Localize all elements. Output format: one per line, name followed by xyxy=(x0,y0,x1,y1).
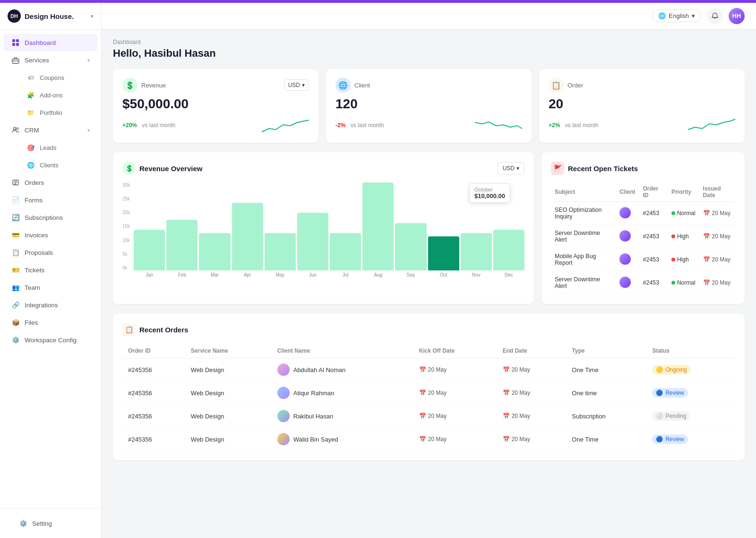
order-client: Atiqur Rahman xyxy=(272,382,413,405)
client-icon-wrap: 🌐 Client xyxy=(335,78,370,93)
bar xyxy=(461,233,492,270)
ticket-priority: Normal xyxy=(668,202,699,225)
client-footer: -2% vs last month xyxy=(335,115,522,134)
stats-row: 💲 Revenue USD ▾ $50,000.00 +20% vs last … xyxy=(113,69,745,143)
bar-col[interactable] xyxy=(166,220,198,270)
status-badge: 🔵 Review xyxy=(652,388,687,398)
sidebar-item-services[interactable]: Services ▾ xyxy=(4,52,97,69)
bar-col[interactable] xyxy=(330,233,361,270)
ticket-orderid: #2453 xyxy=(639,271,667,295)
status-icon: 🔵 xyxy=(656,436,663,443)
revenue-stat-card: 💲 Revenue USD ▾ $50,000.00 +20% vs last … xyxy=(113,69,318,143)
grid-icon xyxy=(11,38,20,47)
bar-col[interactable] xyxy=(265,233,296,270)
order-stat-header: 📋 Order xyxy=(549,78,735,93)
table-row: SEO Optimization Inquiry #2453 Normal 📅2… xyxy=(551,202,735,225)
revenue-chart-card: 💲 Revenue Overview USD ▾ October $10,000… xyxy=(113,152,534,304)
bar xyxy=(232,203,263,270)
bar-col[interactable] xyxy=(297,213,328,270)
language-selector[interactable]: 🌐 English ▾ xyxy=(652,9,701,22)
bar-col[interactable] xyxy=(134,230,165,270)
bar-col[interactable] xyxy=(461,233,492,270)
bar-col[interactable] xyxy=(362,182,394,270)
revenue-label: Revenue xyxy=(141,82,166,89)
sidebar-item-workspace[interactable]: ⚙️ Workspace Config xyxy=(4,331,97,348)
order-client-avatar xyxy=(277,433,290,445)
calendar-icon: 📅 xyxy=(703,233,710,240)
page-title: Hello, Hasibul Hasan xyxy=(113,47,745,60)
setting-label: Setting xyxy=(32,520,52,527)
crm-submenu: 🎯 Leads 🌐 Clients xyxy=(0,139,101,174)
team-nav-label: Team xyxy=(25,284,40,291)
sidebar-item-portfolio[interactable]: 📁 Portfolio xyxy=(19,104,97,121)
bar-month-label: Apr xyxy=(232,272,263,278)
y-label-20k: 20k xyxy=(122,210,130,215)
list-icon xyxy=(11,178,20,187)
revenue-value: $50,000.00 xyxy=(122,96,309,112)
calendar-icon: 📅 xyxy=(703,279,710,286)
sidebar-logo[interactable]: DH Design House. ▾ xyxy=(0,3,101,30)
tickets-nav-label: Tickets xyxy=(25,267,44,274)
svg-rect-3 xyxy=(16,43,19,46)
calendar-icon: 📅 xyxy=(703,210,710,217)
bar xyxy=(166,220,198,270)
notification-button[interactable] xyxy=(707,8,723,24)
ticket-subject: Mobile App Bug Report xyxy=(551,248,616,271)
client-stat-header: 🌐 Client xyxy=(335,78,522,93)
order-service: Web Design xyxy=(185,405,272,428)
sidebar-item-invoices[interactable]: 💳 Invoices xyxy=(4,226,97,243)
client-value: 120 xyxy=(335,96,522,112)
sidebar-item-clients[interactable]: 🌐 Clients xyxy=(19,156,97,174)
bar-col[interactable] xyxy=(395,223,426,270)
revenue-currency-select[interactable]: USD ▾ xyxy=(284,79,309,91)
client-icon: 🌐 xyxy=(335,78,351,93)
order-id: #245356 xyxy=(122,358,185,382)
subscriptions-icon: 🔄 xyxy=(11,213,20,222)
client-vs: vs last month xyxy=(351,122,384,129)
tag-icon: 🏷 xyxy=(26,73,35,82)
tickets-title: Recent Open Tickets xyxy=(568,165,638,173)
sidebar-item-addons[interactable]: 🧩 Add-ons xyxy=(19,87,97,104)
sidebar-item-coupons[interactable]: 🏷 Coupons xyxy=(19,69,97,86)
priority-label: Normal xyxy=(677,210,696,217)
sidebar-item-tickets[interactable]: 🎫 Tickets xyxy=(4,261,97,278)
th-date: Issued Date xyxy=(699,182,735,202)
chart-currency-select[interactable]: USD ▾ xyxy=(498,162,524,174)
order-client: Rakibul Hasan xyxy=(272,405,413,428)
order-icon-wrap: 📋 Order xyxy=(549,78,583,93)
sidebar-item-setting[interactable]: ⚙️ Setting xyxy=(11,515,90,532)
client-change: -2% xyxy=(335,122,345,129)
sidebar-item-leads[interactable]: 🎯 Leads xyxy=(19,139,97,156)
order-client-name: Rakibul Hasan xyxy=(293,413,334,420)
chart-body: 30k 25k 20k 15k 10k 5k 0k xyxy=(122,182,524,282)
sidebar-item-proposals[interactable]: 📋 Proposals xyxy=(4,244,97,261)
bar-col[interactable] xyxy=(428,236,459,270)
order-kickoff: 📅20 May xyxy=(413,382,497,405)
sidebar-item-orders[interactable]: Orders xyxy=(4,174,97,191)
ticket-subject: Server Downtime Alert xyxy=(551,271,616,295)
sidebar-item-crm[interactable]: CRM ▾ xyxy=(4,121,97,139)
y-label-30k: 30k xyxy=(122,182,130,188)
chart-chevron-icon: ▾ xyxy=(516,165,519,172)
globe-icon: 🌐 xyxy=(26,161,35,169)
order-end: 📅20 May xyxy=(497,428,567,451)
bar xyxy=(134,230,165,270)
user-avatar[interactable]: HH xyxy=(729,8,745,24)
th-priority: Priority xyxy=(668,182,699,202)
tickets-tbody: SEO Optimization Inquiry #2453 Normal 📅2… xyxy=(551,202,735,295)
bar-col[interactable] xyxy=(232,203,263,270)
sidebar-item-forms[interactable]: 📄 Forms xyxy=(4,191,97,208)
bar-col[interactable] xyxy=(493,230,524,270)
bar-col[interactable] xyxy=(199,233,230,270)
ticket-client xyxy=(616,248,639,271)
sidebar-item-subscriptions[interactable]: 🔄 Subscriptions xyxy=(4,209,97,226)
th-order-id: Order ID xyxy=(122,344,185,358)
sidebar-item-integrations[interactable]: 🔗 Integrations xyxy=(4,296,97,313)
y-label-10k: 10k xyxy=(122,238,130,243)
revenue-icon-wrap: 💲 Revenue xyxy=(122,78,166,93)
ticket-client-avatar xyxy=(619,253,631,265)
bar-month-label: Jun xyxy=(297,272,328,278)
sidebar-item-dashboard[interactable]: Dashboard xyxy=(4,34,97,51)
sidebar-item-team[interactable]: 👥 Team xyxy=(4,279,97,296)
sidebar-item-files[interactable]: 📦 Files xyxy=(4,314,97,331)
